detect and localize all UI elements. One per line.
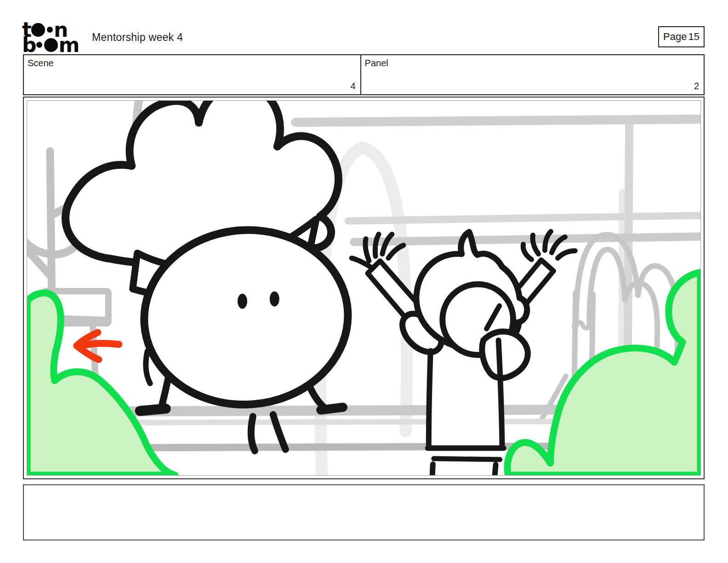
logo-dot-icon bbox=[36, 42, 42, 48]
panel-cell: Panel 2 bbox=[361, 55, 704, 94]
page-label: Page bbox=[663, 31, 687, 43]
toonboom-logo: t n b m bbox=[22, 22, 78, 52]
panel-label: Panel bbox=[365, 58, 388, 69]
storyboard-drawing bbox=[27, 100, 701, 476]
right-bush bbox=[507, 272, 700, 475]
scene-cell: Scene 4 bbox=[24, 55, 361, 94]
storyboard-sketch bbox=[27, 101, 700, 475]
logo-letter-b: b bbox=[22, 37, 35, 52]
scene-label: Scene bbox=[28, 58, 54, 69]
logo-dot-icon bbox=[47, 27, 53, 33]
storyboard-frame bbox=[23, 97, 705, 479]
page-number-box: Page 15 bbox=[658, 26, 705, 47]
scene-panel-bar: Scene 4 Panel 2 bbox=[23, 54, 705, 95]
panel-number: 2 bbox=[694, 81, 699, 92]
person-ponytail bbox=[482, 332, 528, 378]
cheering-person bbox=[352, 231, 575, 475]
scene-number: 4 bbox=[350, 81, 355, 92]
logo-letter-m: m bbox=[59, 37, 79, 52]
page-number: 15 bbox=[688, 31, 700, 43]
toonboom-logo-row2: b m bbox=[22, 37, 78, 52]
logo-dot-icon bbox=[44, 38, 58, 52]
red-arrow-annotation bbox=[77, 333, 119, 360]
project-title: Mentorship week 4 bbox=[92, 31, 183, 44]
caption-box bbox=[23, 484, 705, 540]
